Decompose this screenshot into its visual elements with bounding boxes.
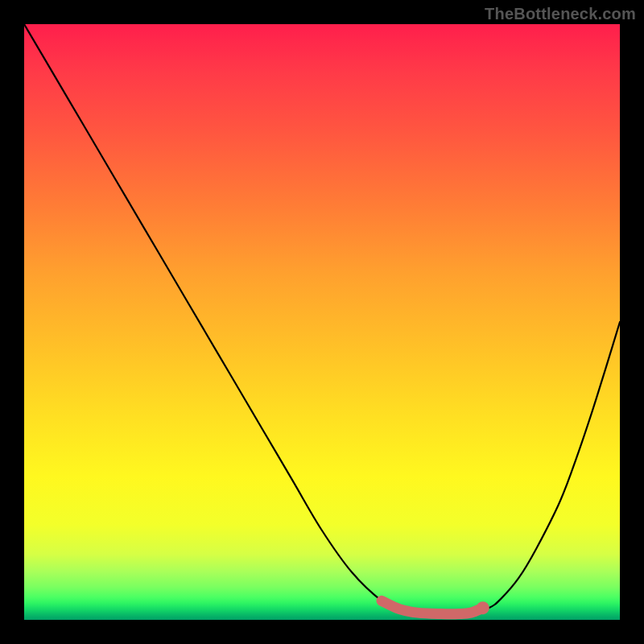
bottleneck-range <box>382 601 483 613</box>
plot-area <box>24 24 620 620</box>
bottleneck-end-dot <box>477 601 489 614</box>
chart-frame: TheBottleneck.com <box>0 0 644 644</box>
watermark-text: TheBottleneck.com <box>485 5 636 23</box>
curve-line <box>24 24 620 614</box>
chart-svg <box>24 24 620 620</box>
